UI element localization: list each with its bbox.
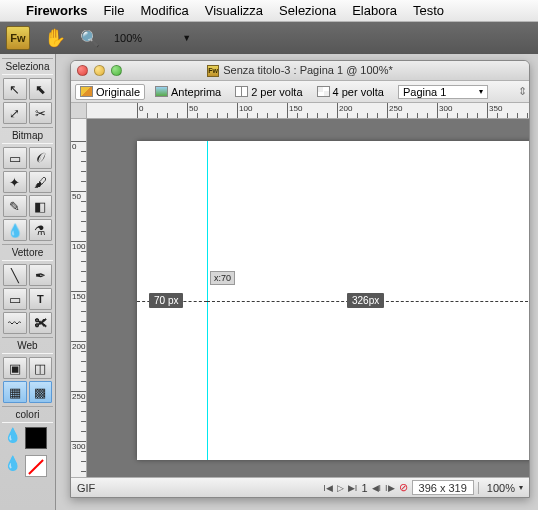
view-mode-bar: Originale Anteprima 2 per volta 4 per vo…	[71, 81, 529, 103]
horizontal-ruler[interactable]: 050100150200250300350400	[87, 103, 529, 118]
menu-modifica[interactable]: Modifica	[140, 3, 188, 18]
eyedropper-fill-icon[interactable]: 💧	[4, 455, 21, 477]
prev-frame-icon[interactable]: ▶I	[348, 483, 358, 493]
document-window: FwSenza titolo-3 : Pagina 1 @ 100%* Orig…	[70, 60, 530, 498]
zoom-control[interactable]: 100% ▾	[478, 482, 523, 494]
app-toolbar: Fw ✋ 🔍 100% ▼	[0, 22, 538, 54]
blur-tool[interactable]: 💧	[3, 219, 27, 241]
vertical-ruler[interactable]: 050100150200250300	[71, 119, 87, 477]
text-tool[interactable]: T	[29, 288, 53, 310]
hand-tool-icon[interactable]: ✋	[44, 27, 66, 49]
section-vettore: Vettore	[2, 244, 53, 261]
window-title: FwSenza titolo-3 : Pagina 1 @ 100%*	[71, 64, 529, 77]
canvas-dimensions[interactable]: 396 x 319	[412, 480, 474, 495]
chevron-down-icon: ▾	[479, 87, 483, 96]
view-anteprima-button[interactable]: Anteprima	[151, 85, 225, 99]
menu-file[interactable]: File	[103, 3, 124, 18]
document-area: FwSenza titolo-3 : Pagina 1 @ 100%* Orig…	[56, 54, 538, 510]
menu-app[interactable]: Fireworks	[26, 3, 87, 18]
play-icon[interactable]: ▷	[337, 483, 344, 493]
stroke-color-swatch[interactable]	[25, 427, 47, 449]
shape-tool[interactable]: ▭	[3, 288, 27, 310]
magnify-tool-icon[interactable]: 🔍	[80, 29, 100, 48]
menu-seleziona[interactable]: Seleziona	[279, 3, 336, 18]
wand-tool[interactable]: ✦	[3, 171, 27, 193]
menu-testo[interactable]: Testo	[413, 3, 444, 18]
canvas[interactable]: x:70 70 px 326px	[137, 141, 529, 460]
hide-slice-button[interactable]: ▦	[3, 381, 27, 403]
menu-visualizza[interactable]: Visualizza	[205, 3, 263, 18]
eraser-tool[interactable]: ◧	[29, 195, 53, 217]
document-status-bar: GIF I◀ ▷ ▶I 1 ◀I I▶ ⊘ 396 x 319 100% ▾	[71, 477, 529, 497]
fireworks-doc-icon: Fw	[207, 65, 219, 77]
mac-menu-bar: Fireworks File Modifica Visualizza Selez…	[0, 0, 538, 22]
line-tool[interactable]: ╲	[3, 264, 27, 286]
subselect-tool[interactable]: ⬉	[29, 78, 53, 100]
pointer-tool[interactable]: ↖	[3, 78, 27, 100]
original-icon	[80, 86, 93, 97]
ruler-origin[interactable]	[71, 103, 87, 118]
crop-tool[interactable]: ✂	[29, 102, 53, 124]
horizontal-ruler-row: 050100150200250300350400	[71, 103, 529, 119]
panel-handle-icon[interactable]: ⇕	[518, 85, 525, 98]
freeform-tool[interactable]: 〰	[3, 312, 27, 334]
section-bitmap: Bitmap	[2, 127, 53, 144]
marquee-tool[interactable]: ▭	[3, 147, 27, 169]
two-up-icon	[235, 86, 248, 97]
slice-tool[interactable]: ◫	[29, 357, 53, 379]
section-seleziona: Seleziona	[2, 58, 53, 75]
canvas-viewport[interactable]: x:70 70 px 326px	[87, 119, 529, 477]
lasso-tool[interactable]: 𝒪	[29, 147, 53, 169]
chevron-down-icon: ▼	[182, 33, 191, 43]
measure-label-left: 70 px	[149, 293, 183, 308]
prev-icon[interactable]: ◀I	[372, 483, 382, 493]
preview-icon	[155, 86, 168, 97]
hotspot-tool[interactable]: ▣	[3, 357, 27, 379]
zoom-value: 100%	[114, 32, 142, 44]
measure-label-right: 326px	[347, 293, 384, 308]
export-format: GIF	[77, 482, 95, 494]
show-slice-button[interactable]: ▩	[29, 381, 53, 403]
first-frame-icon[interactable]: I◀	[323, 483, 333, 493]
tool-palette: Seleziona ↖ ⬉ ⤢ ✂ Bitmap ▭ 𝒪 ✦ 🖌 ✎ ◧ 💧 ⚗…	[0, 54, 56, 510]
section-web: Web	[2, 337, 53, 354]
frame-current: 1	[361, 482, 367, 494]
brush-tool[interactable]: 🖌	[29, 171, 53, 193]
view-4up-button[interactable]: 4 per volta	[313, 85, 388, 99]
chevron-down-icon: ▾	[519, 483, 523, 492]
zoom-select[interactable]: 100% ▼	[114, 32, 191, 44]
four-up-icon	[317, 86, 330, 97]
section-colori: colori	[2, 406, 53, 423]
fireworks-logo-icon: Fw	[6, 26, 30, 50]
next-icon[interactable]: I▶	[385, 483, 395, 493]
page-select[interactable]: Pagina 1 ▾	[398, 85, 488, 99]
page-select-value: Pagina 1	[403, 86, 446, 98]
view-original-button[interactable]: Originale	[75, 84, 145, 100]
eyedropper-stroke-icon[interactable]: 💧	[4, 427, 21, 449]
menu-elabora[interactable]: Elabora	[352, 3, 397, 18]
pen-tool[interactable]: ✒	[29, 264, 53, 286]
pencil-tool[interactable]: ✎	[3, 195, 27, 217]
stop-icon[interactable]: ⊘	[399, 481, 408, 494]
view-2up-button[interactable]: 2 per volta	[231, 85, 306, 99]
fill-color-swatch[interactable]	[25, 455, 47, 477]
scale-tool[interactable]: ⤢	[3, 102, 27, 124]
guide-position-tooltip: x:70	[210, 271, 235, 285]
knife-tool[interactable]: ✀	[29, 312, 53, 334]
stamp-tool[interactable]: ⚗	[29, 219, 53, 241]
window-titlebar[interactable]: FwSenza titolo-3 : Pagina 1 @ 100%*	[71, 61, 529, 81]
